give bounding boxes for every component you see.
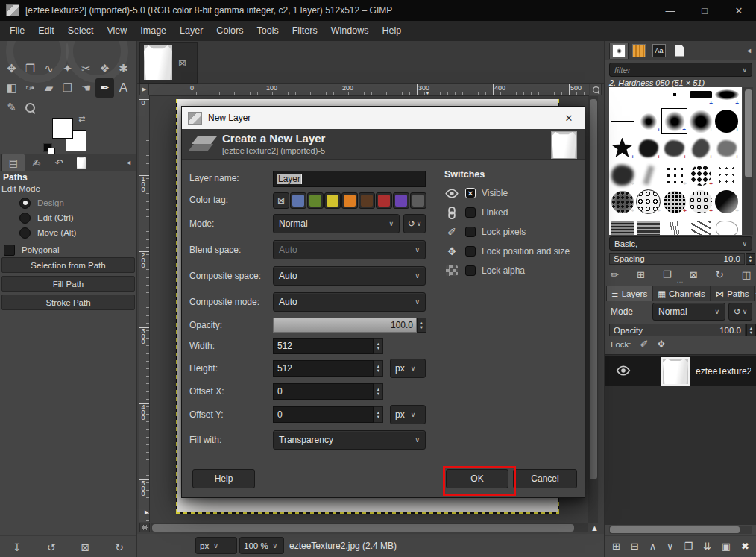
color-tag-none[interactable]: ⊠ — [273, 192, 289, 209]
polygonal-checkbox[interactable] — [4, 245, 15, 256]
vertical-scrollbar[interactable] — [588, 96, 598, 523]
lock-pixels-icon[interactable]: ✐ — [640, 339, 649, 350]
brush-scrollbar[interactable] — [743, 87, 753, 235]
maximize-button[interactable]: □ — [687, 0, 722, 21]
dialog-title-bar[interactable]: New Layer ✕ — [182, 107, 585, 129]
collapse-dock-icon[interactable]: ◄ — [746, 47, 752, 54]
quick-mask-toggle[interactable] — [139, 523, 150, 532]
menu-image[interactable]: Image — [133, 21, 173, 41]
brush-set-select[interactable]: Basic, ∨ — [609, 236, 752, 251]
text-tool-icon[interactable]: A — [114, 78, 133, 98]
lock-alpha-checkbox[interactable] — [465, 265, 476, 276]
edit-mode-move[interactable]: Move (Alt) — [19, 227, 76, 239]
tab-tool-options[interactable]: ▤ — [1, 154, 25, 171]
blend-space-select[interactable]: Auto ∨ — [273, 240, 426, 259]
menu-select[interactable]: Select — [61, 21, 101, 41]
lock-position-checkbox[interactable] — [465, 246, 476, 257]
polygonal-option[interactable]: Polygonal — [4, 244, 60, 256]
edit-mode-design[interactable]: Design — [19, 197, 64, 209]
tab-device-status[interactable]: ✍ — [25, 154, 48, 171]
clone-tool-icon[interactable]: ❐ — [58, 78, 77, 98]
layer-list[interactable]: ezteeTexture2 — [605, 354, 756, 525]
width-spinner[interactable]: ▴ ▾ — [374, 338, 383, 354]
transform-tool-icon[interactable]: ❖ — [95, 59, 114, 78]
offset-y-spinner[interactable]: ▴ ▾ — [374, 406, 383, 423]
height-spinner[interactable]: ▴ ▾ — [374, 360, 383, 377]
bucket-fill-tool-icon[interactable]: ◧ — [2, 78, 21, 98]
offset-x-spinner[interactable]: ▴ ▾ — [374, 383, 383, 400]
switch-linked[interactable]: Linked — [444, 205, 508, 220]
layer-mode-select[interactable]: Normal ∨ — [652, 303, 725, 321]
smudge-tool-icon[interactable]: ☚ — [77, 78, 95, 98]
tab-channels[interactable]: ▦ Channels — [652, 286, 710, 301]
menu-help[interactable]: Help — [375, 21, 408, 41]
color-tag-brown[interactable] — [359, 192, 375, 209]
layer-opacity-slider[interactable]: Opacity 100.0 — [609, 324, 746, 336]
color-tag-red[interactable] — [376, 192, 392, 209]
fuzzy-select-tool-icon[interactable]: ✦ — [58, 59, 77, 78]
free-select-tool-icon[interactable]: ∿ — [40, 59, 58, 78]
brush-scrollbar-thumb[interactable] — [745, 89, 752, 177]
layer-list-scrollbar-thumb[interactable] — [610, 526, 740, 533]
lock-pixels-checkbox[interactable] — [465, 227, 476, 237]
restore-tool-preset-icon[interactable]: ↺ — [47, 541, 56, 553]
spin-down-icon[interactable]: ▾ — [377, 346, 379, 350]
zoom-select[interactable]: 100 % ∨ — [239, 537, 284, 554]
spin-down-icon[interactable]: ▾ — [750, 330, 752, 335]
tab-paths[interactable]: ⋈ Paths — [711, 286, 755, 301]
radio-design[interactable] — [19, 198, 31, 209]
selected-brush[interactable]: + — [661, 108, 687, 134]
fill-path-button[interactable]: Fill Path — [1, 276, 135, 292]
default-colors-icon[interactable] — [43, 143, 52, 152]
opacity-spinner[interactable]: ▴ ▾ — [417, 318, 426, 333]
color-tag-green[interactable] — [307, 192, 324, 209]
vertical-ruler[interactable]: 0 100 200 300 400 500 — [139, 95, 150, 522]
mode-reset-button[interactable]: ↺ ∨ — [403, 214, 426, 233]
color-tag-purple[interactable] — [393, 192, 409, 209]
spin-down-icon[interactable]: ▾ — [420, 325, 423, 330]
offset-y-input[interactable]: 0 — [273, 406, 374, 423]
layer-name-input[interactable]: Layer — [273, 171, 426, 187]
image-tab-close-icon[interactable]: ⊠ — [178, 57, 186, 69]
composite-mode-select[interactable]: Auto ∨ — [273, 292, 426, 312]
minimize-button[interactable]: — — [653, 0, 687, 21]
crop-tool-icon[interactable]: ✂ — [77, 59, 95, 78]
menu-tools[interactable]: Tools — [250, 21, 285, 41]
new-layer-button-icon[interactable]: ⊞ — [612, 541, 620, 552]
raise-layer-icon[interactable]: ∧ — [649, 541, 657, 552]
visible-checkbox[interactable]: ✕ — [465, 188, 476, 198]
fill-with-select[interactable]: Transparency ∨ — [273, 430, 426, 450]
close-button[interactable]: ✕ — [722, 0, 756, 21]
merge-layer-icon[interactable]: ⇊ — [703, 541, 711, 552]
layer-name[interactable]: ezteeTexture2 — [696, 366, 751, 377]
unit-select[interactable]: px ∨ — [195, 537, 237, 554]
lower-layer-icon[interactable]: ∨ — [667, 541, 674, 552]
foreground-color-swatch[interactable] — [52, 118, 73, 139]
color-picker-tool-icon[interactable]: ✎ — [2, 98, 21, 117]
menu-view[interactable]: View — [100, 21, 133, 41]
height-input[interactable]: 512 — [273, 360, 374, 377]
layer-list-scrollbar[interactable] — [609, 526, 752, 534]
duplicate-layer-icon[interactable]: ❐ — [684, 541, 693, 552]
offset-unit-select[interactable]: px ∨ — [390, 405, 426, 424]
spin-down-icon[interactable]: ▾ — [377, 415, 379, 419]
edit-mode-edit[interactable]: Edit (Ctrl) — [19, 212, 74, 224]
delete-tool-preset-icon[interactable]: ⊠ — [81, 541, 90, 553]
tab-document-history[interactable] — [670, 43, 689, 59]
switch-visible[interactable]: ✕ Visible — [444, 186, 508, 201]
paths-tool-icon[interactable]: ✒ — [95, 78, 114, 98]
help-button[interactable]: Help — [192, 469, 255, 488]
reset-tool-options-icon[interactable]: ↻ — [115, 541, 124, 553]
lock-position-icon[interactable]: ✥ — [657, 339, 665, 350]
new-layer-group-icon[interactable]: ⊟ — [631, 541, 639, 552]
vertical-scrollbar-thumb[interactable] — [590, 99, 597, 479]
collapse-dock-icon[interactable]: ◄ — [125, 159, 132, 166]
composite-space-select[interactable]: Auto ∨ — [273, 266, 426, 286]
tab-patterns[interactable] — [629, 43, 649, 59]
spin-down-icon[interactable]: ▾ — [749, 259, 752, 263]
navigation-button[interactable]: ▲ — [589, 523, 600, 532]
move-tool-icon[interactable]: ✥ — [2, 59, 21, 78]
size-unit-select[interactable]: px ∨ — [390, 359, 426, 378]
ruler-corner-button[interactable]: ▶ — [139, 84, 149, 95]
menu-filters[interactable]: Filters — [286, 21, 324, 41]
